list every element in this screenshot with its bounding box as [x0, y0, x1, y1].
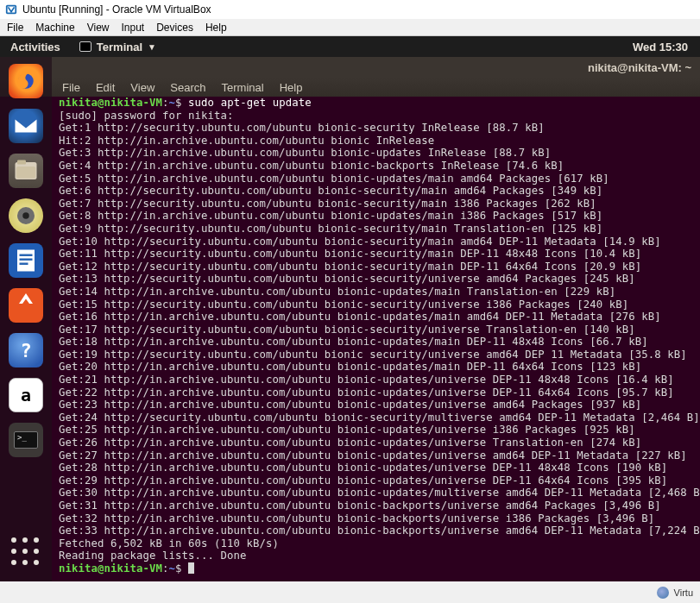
term-menu-help[interactable]: Help	[280, 81, 303, 94]
virtualbox-titlebar[interactable]: Ubuntu [Running] - Oracle VM VirtualBox	[0, 0, 700, 19]
virtualbox-title: Ubuntu [Running] - Oracle VM VirtualBox	[22, 3, 211, 16]
ubuntu-software-icon[interactable]	[9, 288, 43, 323]
clock[interactable]: Wed 15:30	[633, 41, 688, 53]
svg-rect-11	[20, 263, 28, 266]
firefox-icon[interactable]	[9, 64, 43, 98]
svg-rect-10	[20, 259, 33, 261]
ubuntu-top-panel: Activities Terminal ▼ Wed 15:30	[0, 36, 700, 57]
term-menu-search[interactable]: Search	[170, 81, 205, 94]
thunderbird-icon[interactable]	[9, 109, 43, 143]
vb-menu-devices[interactable]: Devices	[156, 22, 193, 34]
active-app-indicator[interactable]: Terminal ▼	[71, 41, 165, 53]
terminal-app-icon	[79, 41, 91, 52]
terminal-menubar: File Edit View Search Terminal Help	[0, 78, 700, 97]
amazon-icon[interactable]: a	[9, 378, 43, 412]
show-applications-icon[interactable]	[9, 535, 43, 569]
term-menu-view[interactable]: View	[130, 81, 155, 94]
term-menu-terminal[interactable]: Terminal	[222, 81, 264, 94]
help-icon[interactable]: ?	[9, 333, 43, 367]
term-menu-edit[interactable]: Edit	[96, 81, 115, 94]
files-icon[interactable]	[9, 154, 43, 188]
vb-menu-file[interactable]: File	[7, 22, 23, 34]
libreoffice-writer-icon[interactable]	[9, 243, 43, 278]
disk-activity-icon	[657, 587, 669, 599]
svg-rect-9	[20, 254, 33, 257]
status-area[interactable]: Wed 15:30	[621, 41, 700, 53]
terminal-cursor	[188, 562, 194, 574]
chevron-down-icon: ▼	[148, 42, 156, 52]
svg-point-7	[22, 212, 29, 219]
vb-menu-help[interactable]: Help	[205, 22, 227, 34]
active-app-label: Terminal	[97, 41, 142, 53]
svg-rect-4	[17, 160, 26, 165]
terminal-titlebar[interactable]: nikita@nikita-VM: ~	[0, 57, 700, 78]
terminal-title: nikita@nikita-VM: ~	[588, 61, 691, 74]
virtualbox-menubar: File Machine View Input Devices Help	[0, 19, 700, 36]
virtualbox-statusbar: Virtu	[0, 581, 700, 603]
activities-button[interactable]: Activities	[0, 41, 71, 53]
virtualbox-icon	[5, 3, 17, 16]
vb-menu-machine[interactable]: Machine	[35, 22, 74, 34]
terminal-body[interactable]: nikita@nikita-VM:~$ sudo apt-get update[…	[55, 97, 700, 581]
vb-menu-view[interactable]: View	[87, 22, 110, 34]
vb-menu-input[interactable]: Input	[122, 22, 145, 34]
guest-screen[interactable]: Activities Terminal ▼ Wed 15:30 nikita@n…	[0, 36, 700, 581]
term-menu-file[interactable]: File	[62, 81, 80, 94]
terminal-icon[interactable]: >_	[9, 423, 43, 457]
vb-status-label: Virtu	[674, 587, 693, 598]
ubuntu-dock: ? a >_	[0, 57, 52, 581]
rhythmbox-icon[interactable]	[9, 198, 43, 233]
svg-rect-5	[16, 166, 36, 179]
